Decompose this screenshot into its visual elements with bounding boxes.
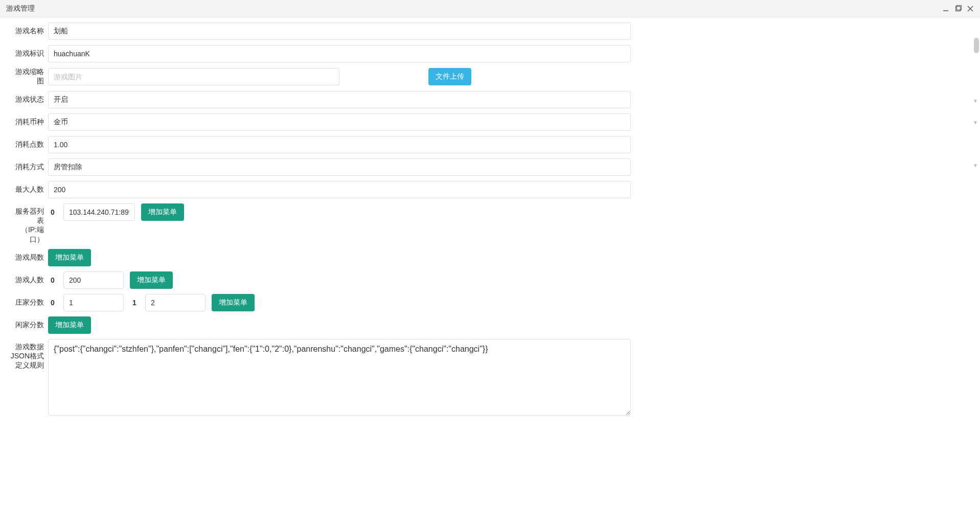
svg-rect-2 <box>957 5 962 10</box>
row-max-players: 最大人数 <box>10 181 970 198</box>
close-icon[interactable] <box>967 5 974 12</box>
maximize-icon[interactable] <box>954 5 962 12</box>
input-points[interactable] <box>48 136 631 153</box>
input-server-0[interactable] <box>63 203 135 221</box>
chevron-down-icon: ▼ <box>973 98 978 104</box>
label-players: 游戏人数 <box>10 271 48 289</box>
banker-index-1: 1 <box>132 299 137 307</box>
row-game-name: 游戏名称 <box>10 22 970 40</box>
chevron-down-icon: ▼ <box>973 120 978 125</box>
add-players-button[interactable]: 增加菜单 <box>130 271 173 289</box>
row-thumbnail: 游戏缩略图 文件上传 <box>10 67 970 86</box>
input-banker-0[interactable] <box>63 294 124 311</box>
banker-index-0: 0 <box>50 299 55 307</box>
label-rounds: 游戏局数 <box>10 249 48 266</box>
input-game-key[interactable] <box>48 45 631 62</box>
add-server-button[interactable]: 增加菜单 <box>141 203 184 221</box>
label-status: 游戏状态 <box>10 91 48 108</box>
chevron-down-icon: ▼ <box>973 163 978 168</box>
title-bar: 游戏管理 <box>0 0 980 17</box>
row-mode: 消耗方式 房管扣除 <box>10 158 970 176</box>
select-mode[interactable]: 房管扣除 <box>48 158 631 176</box>
row-rounds: 游戏局数 增加菜单 <box>10 249 970 266</box>
row-status: 游戏状态 开启 <box>10 91 970 108</box>
row-currency: 消耗币种 金币 <box>10 113 970 131</box>
label-json-line1: 游戏数据 <box>15 342 44 351</box>
input-thumbnail[interactable] <box>48 68 339 85</box>
textarea-json-rule[interactable] <box>48 339 631 416</box>
upload-button[interactable]: 文件上传 <box>428 68 471 85</box>
label-max-players: 最大人数 <box>10 181 48 198</box>
svg-rect-1 <box>956 6 961 11</box>
add-round-button[interactable]: 增加菜单 <box>48 249 91 266</box>
label-servers-line2: （IP:端口） <box>10 225 44 243</box>
minimize-icon[interactable] <box>942 5 949 12</box>
label-points: 消耗点数 <box>10 136 48 153</box>
players-index-0: 0 <box>50 276 55 284</box>
select-currency-value: 金币 <box>54 118 68 127</box>
window-title: 游戏管理 <box>6 4 35 13</box>
select-status[interactable]: 开启 <box>48 91 631 108</box>
label-json-line3: 定义规则 <box>15 360 44 370</box>
add-banker-button[interactable]: 增加菜单 <box>212 294 255 311</box>
input-players-0[interactable] <box>63 271 124 289</box>
label-servers: 服务器列表 （IP:端口） <box>10 203 48 244</box>
label-player-scores: 闲家分数 <box>10 316 48 334</box>
row-game-key: 游戏标识 <box>10 45 970 62</box>
label-banker-scores: 庄家分数 <box>10 294 48 311</box>
window-controls <box>942 5 974 12</box>
input-game-name[interactable] <box>48 22 631 40</box>
row-players: 游戏人数 0 增加菜单 <box>10 271 970 289</box>
select-currency[interactable]: 金币 <box>48 113 631 131</box>
server-index-0: 0 <box>50 208 55 216</box>
add-player-score-button[interactable]: 增加菜单 <box>48 316 91 334</box>
label-json-rule: 游戏数据 JSON格式 定义规则 <box>10 339 48 370</box>
label-currency: 消耗币种 <box>10 113 48 131</box>
row-banker-scores: 庄家分数 0 1 增加菜单 <box>10 294 970 311</box>
select-status-value: 开启 <box>54 95 68 104</box>
input-max-players[interactable] <box>48 181 631 198</box>
row-json-rule: 游戏数据 JSON格式 定义规则 <box>10 339 970 416</box>
row-servers: 服务器列表 （IP:端口） 0 增加菜单 <box>10 203 970 244</box>
select-mode-value: 房管扣除 <box>54 163 82 172</box>
row-points: 消耗点数 <box>10 136 970 153</box>
input-banker-1[interactable] <box>145 294 206 311</box>
scrollbar-thumb[interactable] <box>974 38 979 53</box>
label-mode: 消耗方式 <box>10 158 48 176</box>
scrollbar-gutter: ▼ ▼ ▼ <box>971 17 980 523</box>
row-player-scores: 闲家分数 增加菜单 <box>10 316 970 334</box>
label-thumbnail: 游戏缩略图 <box>10 67 48 86</box>
label-game-key: 游戏标识 <box>10 45 48 62</box>
label-json-line2: JSON格式 <box>11 351 44 360</box>
form-area: 游戏名称 游戏标识 游戏缩略图 文件上传 游戏状态 开启 <box>0 17 980 523</box>
label-game-name: 游戏名称 <box>10 22 48 40</box>
label-servers-line1: 服务器列表 <box>10 207 44 225</box>
